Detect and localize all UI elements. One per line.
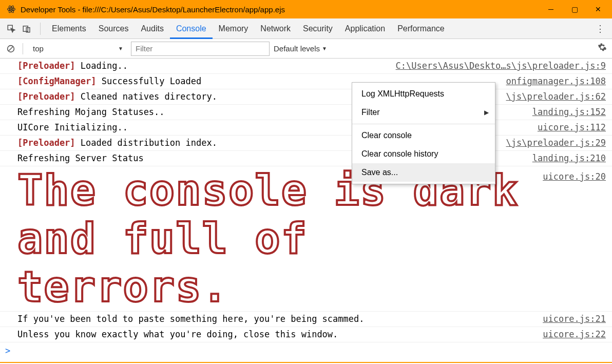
devtools-tabbar: ElementsSourcesAuditsConsoleMemoryNetwor… bbox=[0, 18, 612, 39]
log-tag: [Preloader] bbox=[17, 138, 75, 148]
context-menu-item[interactable]: Clear console bbox=[352, 126, 495, 145]
tab-security[interactable]: Security bbox=[297, 18, 339, 39]
context-menu-separator bbox=[352, 124, 495, 124]
log-source-link[interactable]: C:\Users\Asus\Deskto…s\js\preloader.js:9 bbox=[392, 59, 606, 73]
log-message: Unless you know exactly what you're doin… bbox=[17, 327, 539, 342]
log-source-link[interactable]: \js\preloader.js:29 bbox=[502, 136, 606, 150]
tab-memory[interactable]: Memory bbox=[213, 18, 255, 39]
filterbar-separator bbox=[23, 43, 23, 54]
kebab-menu-icon[interactable]: ⋮ bbox=[592, 23, 608, 34]
dropdown-icon: ▼ bbox=[118, 46, 123, 51]
log-row: [Preloader] Loading..C:\Users\Asus\Deskt… bbox=[0, 59, 612, 74]
log-tag: [Preloader] bbox=[17, 91, 75, 102]
console-settings-icon[interactable] bbox=[598, 43, 607, 54]
context-menu: Log XMLHttpRequestsFilter▶ Clear console… bbox=[352, 82, 495, 184]
log-source-link[interactable]: \js\preloader.js:62 bbox=[502, 89, 606, 104]
svg-rect-5 bbox=[23, 26, 28, 31]
log-source-link[interactable]: uicore.js:22 bbox=[539, 327, 606, 342]
maximize-button[interactable]: ▢ bbox=[563, 0, 586, 18]
tab-network[interactable]: Network bbox=[254, 18, 297, 39]
prompt-caret-icon: > bbox=[5, 346, 10, 356]
tab-application[interactable]: Application bbox=[339, 18, 391, 39]
device-toggle-icon[interactable] bbox=[20, 22, 34, 36]
console-filter-bar: top ▼ Default levels ▼ bbox=[0, 39, 612, 59]
log-source-link[interactable]: landing.js:210 bbox=[528, 151, 606, 166]
console-warning-banner: The console is dark and full of terrors. bbox=[17, 166, 539, 311]
inspect-icon[interactable] bbox=[4, 22, 18, 36]
log-row: Refreshing Server Statuslanding.js:210 bbox=[0, 151, 612, 166]
close-button[interactable]: ✕ bbox=[586, 0, 610, 18]
log-source-link[interactable]: uicore.js:20 bbox=[539, 166, 606, 184]
window-accent-border bbox=[0, 362, 612, 364]
minimize-button[interactable]: ─ bbox=[539, 0, 563, 18]
log-row: UICore Initializing..uicore.js:112 bbox=[0, 120, 612, 136]
log-source-link[interactable]: onfigmanager.js:108 bbox=[502, 74, 606, 89]
levels-label: Default levels bbox=[274, 44, 320, 53]
console-prompt[interactable]: > bbox=[0, 342, 612, 358]
log-source-link[interactable]: landing.js:152 bbox=[528, 105, 606, 120]
filter-input[interactable] bbox=[131, 42, 270, 56]
log-message: [Preloader] Loading.. bbox=[17, 59, 392, 73]
tab-performance[interactable]: Performance bbox=[391, 18, 451, 39]
log-levels-select[interactable]: Default levels ▼ bbox=[274, 44, 327, 53]
context-menu-item[interactable]: Clear console history bbox=[352, 145, 495, 163]
tab-console[interactable]: Console bbox=[170, 18, 213, 39]
log-row: [Preloader] Loaded distribution index.\j… bbox=[0, 136, 612, 151]
context-menu-item[interactable]: Log XMLHttpRequests bbox=[352, 85, 495, 103]
dropdown-icon: ▼ bbox=[322, 46, 327, 51]
log-source-link[interactable]: uicore.js:21 bbox=[539, 312, 606, 327]
clear-console-icon[interactable] bbox=[5, 43, 16, 54]
log-message: If you've been told to paste something h… bbox=[17, 312, 539, 327]
tab-sources[interactable]: Sources bbox=[92, 18, 135, 39]
electron-icon bbox=[6, 4, 16, 14]
window-title: Developer Tools - file:///C:/Users/Asus/… bbox=[21, 5, 539, 14]
log-row: If you've been told to paste something h… bbox=[0, 312, 612, 327]
svg-point-3 bbox=[11, 9, 12, 10]
svg-line-8 bbox=[9, 47, 13, 51]
log-row: Unless you know exactly what you're doin… bbox=[0, 327, 612, 342]
context-menu-item[interactable]: Save as... bbox=[352, 163, 495, 182]
log-tag: [ConfigManager] bbox=[17, 76, 97, 86]
execution-context-select[interactable]: top ▼ bbox=[29, 42, 127, 55]
tab-audits[interactable]: Audits bbox=[135, 18, 169, 39]
log-row: Refreshing Mojang Statuses..landing.js:1… bbox=[0, 105, 612, 120]
context-menu-item[interactable]: Filter▶ bbox=[352, 103, 495, 122]
tab-elements[interactable]: Elements bbox=[46, 18, 92, 39]
context-label: top bbox=[33, 44, 44, 53]
window-controls: ─ ▢ ✕ bbox=[539, 0, 610, 18]
log-row: [ConfigManager] Successfully Loadedonfig… bbox=[0, 74, 612, 89]
console-output: [Preloader] Loading..C:\Users\Asus\Deskt… bbox=[0, 59, 612, 358]
log-source-link[interactable]: uicore.js:112 bbox=[533, 120, 606, 135]
log-tag: [Preloader] bbox=[17, 61, 75, 71]
submenu-arrow-icon: ▶ bbox=[484, 109, 489, 116]
tabbar-divider bbox=[40, 23, 41, 35]
title-bar: Developer Tools - file:///C:/Users/Asus/… bbox=[0, 0, 612, 18]
log-row: [Preloader] Cleaned natives directory.\j… bbox=[0, 89, 612, 105]
